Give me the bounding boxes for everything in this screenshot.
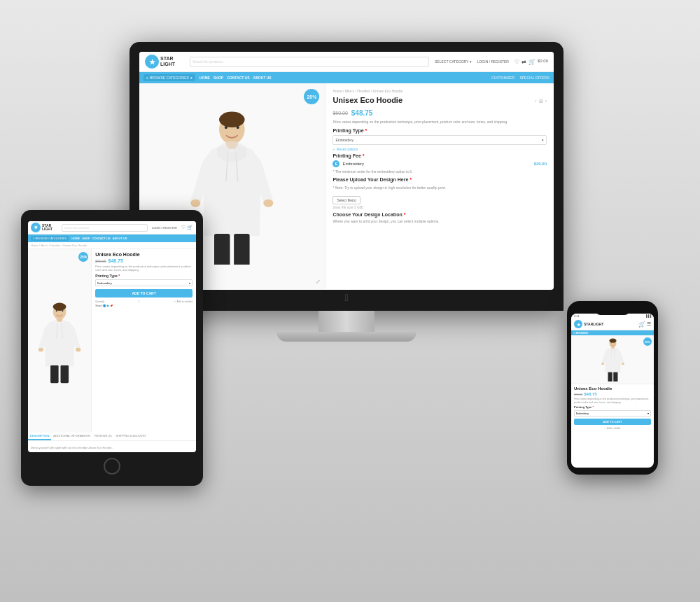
svg-point-24: [610, 343, 611, 344]
phone-add-to-cart-btn[interactable]: ADD TO CART: [574, 419, 651, 425]
printing-type-select[interactable]: Embroidery ▾: [332, 135, 547, 145]
tablet-nav-shop[interactable]: SHOP: [82, 237, 90, 240]
required-star: *: [365, 128, 368, 133]
special-offers-link[interactable]: SPECIAL OFFERS: [519, 76, 550, 80]
upload-required-star: *: [410, 177, 412, 182]
tablet-breadcrumb: Home / Men's / Hoodies / Unisex Eco Hood…: [28, 242, 196, 249]
phone-browse-btn[interactable]: ≡ BROWSE: [573, 331, 588, 335]
desktop-nav: ≡ BROWSE CATEGORIES ▾ HOME SHOP CONTACT …: [139, 72, 554, 83]
phone-time: 9:41: [574, 314, 580, 318]
tablet-printing-type-label: Printing Type *: [95, 274, 192, 278]
search-placeholder-text: Search for products: [192, 59, 223, 64]
phone-notch: [595, 308, 630, 315]
tablet-logo-icon: ★: [31, 223, 41, 232]
tablet-header-icons: ♡ 🛒: [181, 225, 193, 230]
tablet-share-row: Share: 📘 🐦 📌: [95, 304, 192, 307]
upload-label: Please Upload Your Design Here *: [332, 177, 547, 182]
fee-required-star: *: [363, 153, 365, 158]
tablet-screen: ★ STARLIGHT Search for products LOGIN / …: [28, 221, 196, 452]
svg-point-12: [53, 302, 66, 311]
phone-logo-icon: ★: [574, 320, 582, 328]
category-select[interactable]: SELECT CATEGORY ▾: [435, 59, 472, 64]
tablet-browse-btn[interactable]: ≡ BROWSE CATEGORIES: [31, 236, 69, 241]
tablet-product-row: 20%: [28, 249, 196, 433]
desktop-logo[interactable]: ★ STAR LIGHT: [145, 55, 187, 69]
tab-reviews[interactable]: REVIEWS (0): [92, 433, 113, 440]
nav-home[interactable]: HOME: [200, 76, 210, 80]
phone-printing-type-label: Printing Type *: [574, 405, 651, 409]
tablet-price-note: Price varies depending on the production…: [95, 265, 192, 272]
phone-hoodie-svg: [592, 337, 634, 381]
nav-shop[interactable]: SHOP: [214, 76, 223, 80]
tablet-wishlist-icon[interactable]: ♡: [181, 225, 186, 230]
phone-menu-icon[interactable]: ☰: [647, 321, 651, 328]
chevron-down-icon: ▾: [190, 76, 192, 80]
svg-point-13: [56, 310, 57, 312]
tablet-logo[interactable]: ★ STARLIGHT: [31, 223, 59, 232]
compare-icon[interactable]: ⇄: [522, 59, 526, 65]
phone-chevron-icon: ▾: [648, 412, 649, 415]
desktop-search-bar[interactable]: Search for products: [190, 57, 429, 66]
tablet-login[interactable]: LOGIN / REGISTER: [152, 226, 177, 230]
price-row: $60.00 $48.75: [332, 109, 547, 117]
tab-additional-info[interactable]: ADDITIONAL INFORMATION: [51, 433, 92, 440]
svg-point-30: [621, 363, 624, 365]
tablet-cart-icon[interactable]: 🛒: [187, 225, 193, 230]
tab-shipping[interactable]: SHIPPING & DELIVERY: [113, 433, 148, 440]
monitor-stand-neck: [318, 311, 374, 332]
customizer-link[interactable]: CUSTOMIZER: [491, 76, 514, 80]
design-location-label: Choose Your Design Location *: [332, 212, 547, 217]
phone-logo-text: STARLIGHT: [584, 322, 603, 326]
browse-categories-btn[interactable]: ≡ BROWSE CATEGORIES ▾: [144, 74, 195, 81]
expand-icon[interactable]: ⤢: [316, 279, 321, 285]
printing-fee-label: Printing Fee *: [332, 153, 547, 158]
tab-description[interactable]: DESCRIPTION: [28, 433, 51, 440]
fee-name: Embroidery: [342, 162, 364, 166]
loc-required-star: *: [404, 212, 406, 217]
phone-printing-type-select[interactable]: Embroidery ▾: [574, 410, 651, 416]
tablet-nav-contact[interactable]: CONTACT US: [92, 237, 111, 240]
printing-type-label: Printing Type *: [332, 128, 547, 133]
breadcrumb: Home / Men's / Hoodies / Unisex Eco Hood…: [332, 89, 547, 93]
nav-contact[interactable]: CONTACT US: [227, 76, 249, 80]
phone-device: 9:41 ▐▐▐ ★ STARLIGHT 🛒 ☰ ≡ BROWSE: [567, 301, 658, 475]
phone-product-details: Unisex Eco Hoodie $60.00 $48.75 Price va…: [571, 384, 654, 432]
tablet-printing-type-select[interactable]: Embroidery ▾: [95, 279, 192, 286]
select-file-btn[interactable]: Select file(s): [332, 196, 360, 204]
next-product-icon[interactable]: ›: [545, 99, 547, 104]
tablet-add-to-cart-btn[interactable]: ADD TO CART: [95, 289, 192, 298]
fee-note: * The minimum order for the embroidery o…: [332, 169, 547, 174]
fee-icon: E: [332, 160, 340, 167]
tablet-price-new: $48.75: [108, 258, 122, 263]
cart-icon[interactable]: 🛒: [528, 59, 536, 65]
tablet-nav: ≡ BROWSE CATEGORIES HOME SHOP CONTACT US…: [28, 234, 196, 242]
phone-header-icons: 🛒 ☰: [638, 321, 651, 328]
tablet-nav-home[interactable]: HOME: [71, 237, 80, 240]
phone-logo-wrap[interactable]: ★ STARLIGHT: [574, 320, 603, 328]
reset-options-link[interactable]: ✓ Reset options: [332, 147, 547, 151]
wishlist-icon[interactable]: ♡: [514, 59, 519, 65]
tablet-search[interactable]: Search for products: [62, 224, 148, 232]
phone-header: ★ STARLIGHT 🛒 ☰: [571, 318, 654, 330]
phone-wishlist-link[interactable]: ☆ Add to wishlist: [574, 427, 651, 430]
phone-nav-bar: ≡ BROWSE: [571, 330, 654, 335]
svg-point-3: [237, 126, 239, 129]
nav-about[interactable]: ABOUT US: [253, 76, 272, 80]
tablet-home-button[interactable]: [104, 458, 120, 475]
tablet-bezel: ★ STARLIGHT Search for products LOGIN / …: [21, 210, 203, 486]
phone-product-title: Unisex Eco Hoodie: [574, 386, 651, 391]
grid-icon[interactable]: ⊞: [539, 99, 543, 104]
tablet-nav-about[interactable]: ABOUT US: [113, 237, 127, 240]
desktop-header: ★ STAR LIGHT Search for products SELECT …: [139, 52, 554, 72]
tablet-hoodie-svg: [34, 263, 85, 419]
header-icons: ♡ ⇄ 🛒 $0.00: [514, 59, 548, 65]
prev-product-icon[interactable]: ‹: [535, 99, 536, 104]
fee-price: $20.00: [534, 162, 547, 166]
design-location-note: Where you want to print your design, you…: [332, 219, 547, 223]
desktop-nav-links: HOME SHOP CONTACT US ABOUT US: [200, 76, 272, 80]
phone-cart-icon[interactable]: 🛒: [638, 321, 645, 328]
login-register-link[interactable]: LOGIN / REGISTER: [477, 59, 509, 64]
phone-price-new: $48.75: [584, 392, 596, 396]
phone-price-old: $60.00: [574, 393, 582, 396]
svg-point-19: [76, 347, 80, 351]
